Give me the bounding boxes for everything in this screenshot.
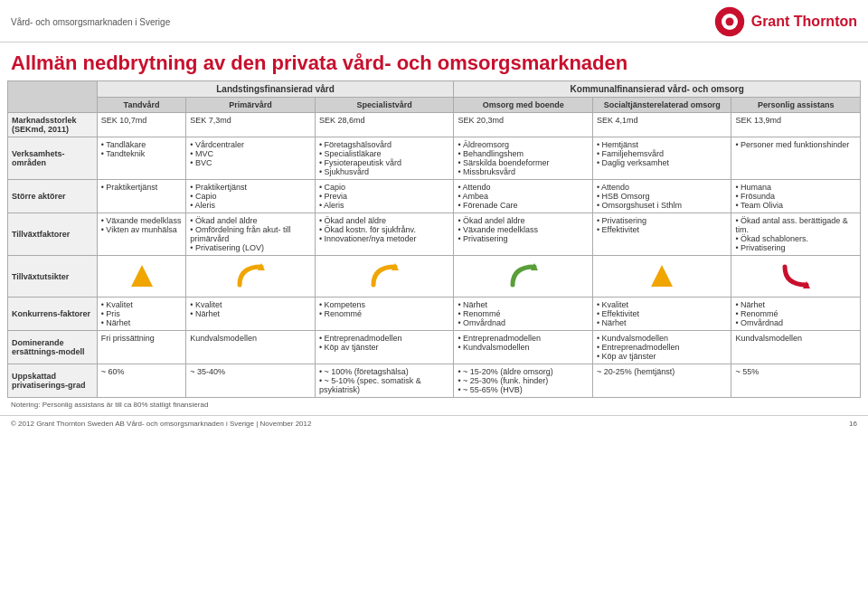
- cell: PrivatiseringEffektivitet: [592, 213, 731, 256]
- footer-left: © 2012 Grant Thornton Sweden AB Vård- oc…: [11, 420, 311, 428]
- logo-area: Grant Thornton: [713, 5, 857, 38]
- arrow-cell-1: [97, 256, 186, 298]
- header-kommunal: Kommunalfinansierad vård- och omsorg: [454, 81, 861, 98]
- table-row: Verksamhets-områden TandläkareTandteknik…: [8, 137, 861, 180]
- cell: KvalitetNärhet: [186, 298, 316, 331]
- cell: KvalitetEffektivitetNärhet: [592, 298, 731, 331]
- row-label-tillvaxtfaktorer: Tillväxtfaktorer: [8, 213, 98, 256]
- cell: KompetensRenommé: [315, 298, 454, 331]
- cell: EntreprenadmodellenKundvalsmodellen: [454, 331, 593, 364]
- cell: FöretagshälsovårdSpecialistläkareFysiote…: [315, 137, 454, 180]
- subtitle: Vård- och omsorgsmarknaden i Sverige: [11, 17, 170, 27]
- table-row: Marknadsstorlek (SEKmd, 2011) SEK 10,7md…: [8, 113, 861, 137]
- col-omsorg-boende: Omsorg med boende: [454, 98, 593, 113]
- cell: TandläkareTandteknik: [97, 137, 186, 180]
- col-specialistvard: Specialistvård: [315, 98, 454, 113]
- cell: SEK 10,7md: [97, 113, 186, 137]
- cell: ~ 100% (företagshälsa)~ 5-10% (spec. som…: [315, 364, 454, 398]
- cell: KvalitetPrisNärhet: [97, 298, 186, 331]
- cell: AttendoAmbeaFörenade Care: [454, 180, 593, 213]
- row-label-tillvaxtutsikter: Tillväxtutsikter: [8, 256, 98, 298]
- main-table-wrapper: Landstingsfinansierad vård Kommunalfinan…: [0, 80, 868, 398]
- col-delmarknad: [8, 81, 98, 113]
- row-label-marknad: Marknadsstorlek (SEKmd, 2011): [8, 113, 98, 137]
- col-tandvard: Tandvård: [97, 98, 186, 113]
- cell: Ökad andel äldreVäxande medelklassPrivat…: [454, 213, 593, 256]
- col-personlig: Personlig assistans: [731, 98, 861, 113]
- row-label-ersattning: Dominerande ersättnings-modell: [8, 331, 98, 364]
- svg-marker-7: [651, 265, 673, 287]
- cell: Personer med funktionshinder: [731, 137, 861, 180]
- cell: Praktikertjänst: [97, 180, 186, 213]
- top-bar: Vård- och omsorgsmarknaden i Sverige Gra…: [0, 0, 868, 43]
- cell: ~ 55%: [731, 364, 861, 398]
- arrow-cell-6: [731, 256, 861, 298]
- table-row: Dominerande ersättnings-modell Fri priss…: [8, 331, 861, 364]
- cell: SEK 13,9md: [731, 113, 861, 137]
- cell: ÄldreomsorgBehandlingshemSärskilda boend…: [454, 137, 593, 180]
- cell: NärhetRenomméOmvårdnad: [731, 298, 861, 331]
- cell: SEK 7,3md: [186, 113, 316, 137]
- cell: Kundvalsmodellen: [186, 331, 316, 364]
- table-row-arrows: Tillväxtutsikter: [8, 256, 861, 298]
- cell: Ökad antal ass. berättigade & tim.Ökad s…: [731, 213, 861, 256]
- logo-text: Grant Thornton: [751, 14, 857, 30]
- footer: © 2012 Grant Thornton Sweden AB Vård- oc…: [0, 415, 868, 431]
- arrow-cell-4: [454, 256, 593, 298]
- cell: Kundvalsmodellen: [731, 331, 861, 364]
- cell: HumanaFrösundaTeam Olivia: [731, 180, 861, 213]
- cell: PraktikertjänstCapioAleris: [186, 180, 316, 213]
- logo-icon: [713, 5, 746, 38]
- cell: NärhetRenomméOmvårdnad: [454, 298, 593, 331]
- cell: ~ 60%: [97, 364, 186, 398]
- arrow-cell-5: [592, 256, 731, 298]
- table-row: Konkurrens-faktorer KvalitetPrisNärhet K…: [8, 298, 861, 331]
- table-row: Större aktörer Praktikertjänst Praktiker…: [8, 180, 861, 213]
- cell: VårdcentralerMVCBVC: [186, 137, 316, 180]
- cell: HemtjänstFamiljehemsvårdDaglig verksamhe…: [592, 137, 731, 180]
- row-label-privatisering: Uppskattad privatiserings-grad: [8, 364, 98, 398]
- arrow-cell-2: [186, 256, 316, 298]
- row-label-aktorer: Större aktörer: [8, 180, 98, 213]
- cell: Växande medelklassVikten av munhälsa: [97, 213, 186, 256]
- cell: ~ 20-25% (hemtjänst): [592, 364, 731, 398]
- cell: ~ 35-40%: [186, 364, 316, 398]
- cell: SEK 4,1md: [592, 113, 731, 137]
- cell: ~ 15-20% (äldre omsorg)~ 25-30% (funk. h…: [454, 364, 593, 398]
- cell: Fri prissättning: [97, 331, 186, 364]
- cell: Ökad andel äldreÖkad kostn. för sjukfrån…: [315, 213, 454, 256]
- cell: Ökad andel äldreOmfördelning från akut- …: [186, 213, 316, 256]
- footer-right: 16: [849, 420, 857, 428]
- cell: SEK 20,3md: [454, 113, 593, 137]
- svg-point-2: [725, 18, 733, 26]
- cell: CapioPreviaAleris: [315, 180, 454, 213]
- cell: AttendoHSB OmsorgOmsorgshuset i Sthlm: [592, 180, 731, 213]
- main-title: Allmän nedbrytning av den privata vård- …: [0, 43, 868, 80]
- col-socialtjanst: Socialtjänste­relaterad omsorg: [592, 98, 731, 113]
- header-landsting: Landstingsfinansierad vård: [97, 81, 454, 98]
- row-label-konkurrens: Konkurrens-faktorer: [8, 298, 98, 331]
- note: Notering: Personlig assistans är till ca…: [0, 398, 868, 411]
- cell: EntreprenadmodellenKöp av tjänster: [315, 331, 454, 364]
- cell: KundvalsmodellenEntreprenadmodellenKöp a…: [592, 331, 731, 364]
- svg-marker-3: [131, 265, 153, 287]
- table-row: Tillväxtfaktorer Växande medelklassVikte…: [8, 213, 861, 256]
- col-primarvard: Primärvård: [186, 98, 316, 113]
- row-label-verksamhet: Verksamhets-områden: [8, 137, 98, 180]
- table-row: Uppskattad privatiserings-grad ~ 60% ~ 3…: [8, 364, 861, 398]
- arrow-cell-3: [315, 256, 454, 298]
- cell: SEK 28,6md: [315, 113, 454, 137]
